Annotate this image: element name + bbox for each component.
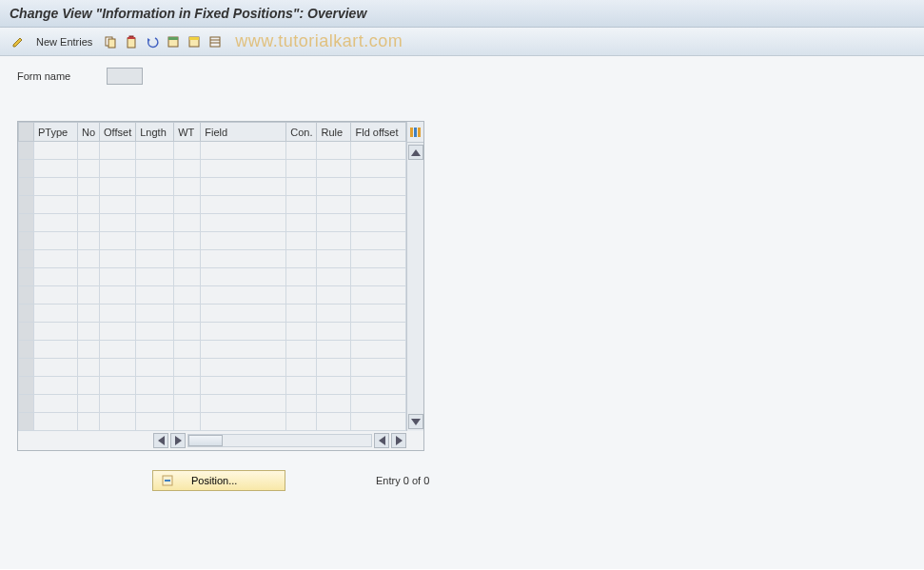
table-row[interactable] [19, 214, 406, 232]
cell[interactable] [78, 359, 100, 377]
col-ptype[interactable]: PType [34, 123, 78, 142]
cell[interactable] [201, 395, 286, 413]
table-row[interactable] [19, 196, 406, 214]
cell[interactable] [100, 232, 136, 250]
deselect-all-icon[interactable] [206, 33, 224, 50]
cell[interactable] [286, 268, 317, 286]
cell[interactable] [317, 359, 351, 377]
cell[interactable] [78, 196, 100, 214]
cell[interactable] [174, 286, 201, 305]
row-selector[interactable] [19, 196, 34, 214]
cell[interactable] [78, 341, 100, 359]
cell[interactable] [34, 377, 78, 395]
cell[interactable] [136, 359, 174, 377]
scroll-left-button[interactable] [153, 433, 168, 448]
cell[interactable] [317, 178, 351, 196]
table-row[interactable] [19, 413, 406, 431]
cell[interactable] [78, 286, 100, 305]
cell[interactable] [351, 323, 406, 341]
cell[interactable] [174, 160, 201, 178]
cell[interactable] [286, 305, 317, 323]
row-selector[interactable] [19, 305, 34, 323]
cell[interactable] [100, 196, 136, 214]
cell[interactable] [100, 341, 136, 359]
hscroll-thumb[interactable] [188, 435, 223, 446]
cell[interactable] [201, 286, 286, 305]
cell[interactable] [34, 286, 78, 305]
cell[interactable] [174, 268, 201, 286]
table-row[interactable] [19, 232, 406, 250]
cell[interactable] [136, 377, 174, 395]
cell[interactable] [317, 250, 351, 268]
cell[interactable] [100, 413, 136, 431]
cell[interactable] [201, 305, 286, 323]
cell[interactable] [317, 323, 351, 341]
row-selector[interactable] [19, 232, 34, 250]
cell[interactable] [351, 196, 406, 214]
cell[interactable] [201, 377, 286, 395]
scroll-left-end-button[interactable] [374, 433, 389, 448]
cell[interactable] [100, 395, 136, 413]
edit-icon[interactable] [10, 33, 27, 50]
cell[interactable] [174, 250, 201, 268]
cell[interactable] [351, 250, 406, 268]
cell[interactable] [100, 250, 136, 268]
cell[interactable] [317, 160, 351, 178]
cell[interactable] [100, 377, 136, 395]
cell[interactable] [286, 160, 317, 178]
cell[interactable] [201, 196, 286, 214]
cell[interactable] [351, 395, 406, 413]
cell[interactable] [100, 305, 136, 323]
cell[interactable] [136, 323, 174, 341]
cell[interactable] [78, 160, 100, 178]
table-row[interactable] [19, 250, 406, 268]
col-fldoffset[interactable]: Fld offset [351, 123, 406, 142]
cell[interactable] [286, 286, 317, 305]
cell[interactable] [174, 232, 201, 250]
cell[interactable] [136, 268, 174, 286]
cell[interactable] [201, 341, 286, 359]
col-no[interactable]: No [78, 123, 100, 142]
cell[interactable] [78, 142, 100, 160]
cell[interactable] [34, 196, 78, 214]
cell[interactable] [286, 323, 317, 341]
cell[interactable] [174, 196, 201, 214]
cell[interactable] [351, 341, 406, 359]
cell[interactable] [100, 178, 136, 196]
cell[interactable] [317, 377, 351, 395]
table-row[interactable] [19, 142, 406, 160]
cell[interactable] [317, 268, 351, 286]
cell[interactable] [317, 341, 351, 359]
col-con[interactable]: Con. [286, 123, 317, 142]
cell[interactable] [136, 214, 174, 232]
row-selector[interactable] [19, 395, 34, 413]
row-selector[interactable] [19, 178, 34, 196]
row-selector[interactable] [19, 286, 34, 305]
col-field[interactable]: Field [201, 123, 286, 142]
cell[interactable] [286, 341, 317, 359]
cell[interactable] [351, 232, 406, 250]
table-row[interactable] [19, 178, 406, 196]
cell[interactable] [34, 142, 78, 160]
hscroll-track[interactable] [187, 434, 372, 447]
cell[interactable] [286, 413, 317, 431]
scroll-up-button[interactable] [408, 145, 423, 160]
form-name-input[interactable] [107, 68, 143, 85]
cell[interactable] [174, 377, 201, 395]
cell[interactable] [78, 214, 100, 232]
cell[interactable] [317, 232, 351, 250]
cell[interactable] [34, 250, 78, 268]
cell[interactable] [286, 232, 317, 250]
cell[interactable] [136, 142, 174, 160]
cell[interactable] [136, 286, 174, 305]
cell[interactable] [201, 178, 286, 196]
cell[interactable] [351, 413, 406, 431]
cell[interactable] [174, 142, 201, 160]
scroll-down-button[interactable] [408, 414, 423, 429]
cell[interactable] [100, 214, 136, 232]
cell[interactable] [286, 142, 317, 160]
cell[interactable] [317, 305, 351, 323]
cell[interactable] [136, 178, 174, 196]
position-button[interactable]: Position... [152, 470, 285, 491]
table-row[interactable] [19, 305, 406, 323]
